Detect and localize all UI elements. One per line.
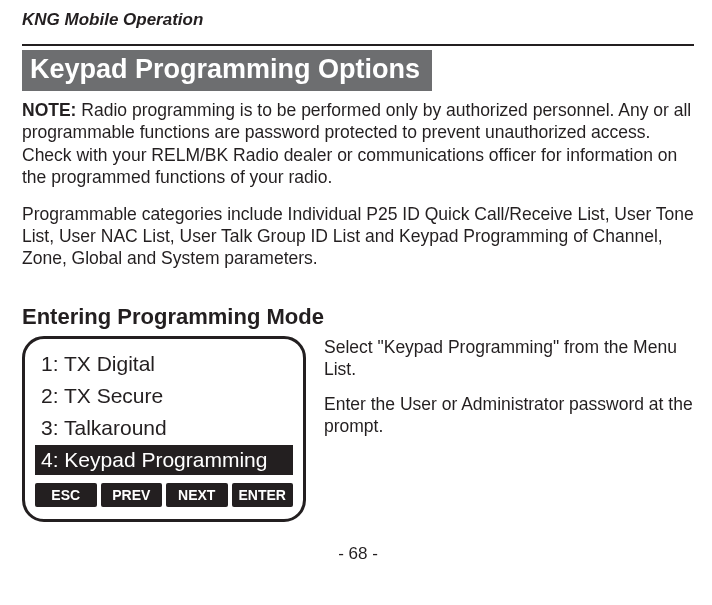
- page-number: - 68 -: [22, 544, 694, 564]
- note-text: Radio programming is to be performed onl…: [22, 100, 691, 187]
- menu-item-2[interactable]: 2: TX Secure: [35, 381, 293, 411]
- menu-item-4[interactable]: 4: Keypad Programming: [35, 445, 293, 475]
- note-paragraph: NOTE: Radio programming is to be perform…: [22, 99, 694, 189]
- menu-item-1[interactable]: 1: TX Digital: [35, 349, 293, 379]
- device-screen: 1: TX Digital 2: TX Secure 3: Talkaround…: [22, 336, 306, 522]
- device-frame: 1: TX Digital 2: TX Secure 3: Talkaround…: [22, 336, 306, 522]
- softkey-next[interactable]: NEXT: [166, 483, 228, 507]
- side-paragraph-1: Select "Keypad Programming" from the Men…: [324, 336, 694, 381]
- note-label: NOTE:: [22, 100, 76, 120]
- section-title: Keypad Programming Options: [22, 50, 432, 91]
- body-paragraph-2: Programmable categories include Individu…: [22, 203, 694, 270]
- side-paragraph-2: Enter the User or Administrator password…: [324, 393, 694, 438]
- subheading: Entering Programming Mode: [22, 304, 694, 330]
- softkey-esc[interactable]: ESC: [35, 483, 97, 507]
- side-text: Select "Keypad Programming" from the Men…: [324, 336, 694, 450]
- menu-item-3[interactable]: 3: Talkaround: [35, 413, 293, 443]
- running-head: KNG Mobile Operation: [22, 10, 694, 30]
- body-text: NOTE: Radio programming is to be perform…: [22, 99, 694, 270]
- softkey-enter[interactable]: ENTER: [232, 483, 294, 507]
- softkey-prev[interactable]: PREV: [101, 483, 163, 507]
- softkey-row: ESC PREV NEXT ENTER: [35, 483, 293, 507]
- title-rule: Keypad Programming Options: [22, 44, 694, 91]
